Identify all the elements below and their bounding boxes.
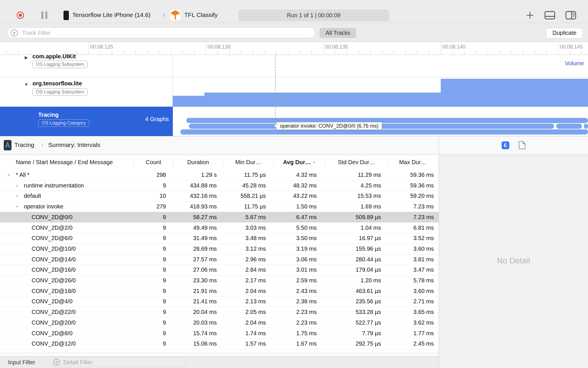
- detail-filter-input[interactable]: [63, 358, 182, 366]
- column-header[interactable]: Min Dur…: [223, 155, 273, 170]
- table-row[interactable]: CONV_2D@6/0931.49 ms3.48 ms3.50 ms16.97 …: [0, 233, 439, 244]
- interval-bar: [186, 118, 588, 123]
- record-button[interactable]: [17, 12, 24, 19]
- expanded-detail-button[interactable]: E: [502, 141, 509, 149]
- column-separator[interactable]: [438, 158, 438, 167]
- table-row[interactable]: CONV_2D@26/0923.30 ms2.17 ms2.59 ms1.20 …: [0, 275, 439, 286]
- column-header[interactable]: Std Dev Dur…: [325, 155, 388, 170]
- toolbar-chevron-icon: ›: [163, 10, 165, 19]
- table-row[interactable]: CONV_2D@10/0928.69 ms3.12 ms3.19 ms155.9…: [0, 244, 439, 254]
- table-row[interactable]: ›* All *2981.29 s11.75 µs4.32 ms11.29 ms…: [0, 170, 439, 181]
- ruler-time-label: 00:08.135: [325, 44, 348, 50]
- ruler-minor-tick: [511, 51, 511, 55]
- cell-max: 6.81 ms: [0, 223, 434, 233]
- duplicate-button[interactable]: Duplicate: [546, 28, 583, 39]
- target-app-name[interactable]: TFL Classify: [184, 12, 218, 18]
- ruler-minor-tick: [535, 51, 535, 55]
- disclosure-expanded-icon[interactable]: ▼: [24, 82, 28, 87]
- document-button[interactable]: [519, 141, 526, 150]
- column-separator[interactable]: [388, 158, 388, 167]
- summary-table: ›* All *2981.29 s11.75 µs4.32 ms11.29 ms…: [0, 170, 439, 349]
- column-header[interactable]: Duration: [173, 155, 223, 170]
- ruler-minor-tick: [276, 51, 276, 55]
- column-separator[interactable]: [173, 158, 173, 167]
- column-separator[interactable]: [325, 158, 325, 167]
- filter-icon: [10, 29, 18, 37]
- column-header[interactable]: Count: [134, 155, 173, 170]
- toggle-right-panel-button[interactable]: [565, 11, 576, 21]
- detail-filter-field[interactable]: [49, 357, 187, 367]
- table-row[interactable]: CONV_2D@22/0920.04 ms2.05 ms2.23 ms533.2…: [0, 307, 439, 318]
- table-row[interactable]: CONV_2D@12/0915.06 ms1.57 ms1.67 ms292.7…: [0, 338, 439, 349]
- table-row[interactable]: ›default10432.16 ms558.21 µs43.22 ms15.5…: [0, 191, 439, 202]
- cell-max: 59.20 ms: [0, 191, 434, 201]
- ruler-minor-tick: [582, 51, 582, 55]
- table-row[interactable]: CONV_2D@20/0920.03 ms2.04 ms2.23 ms522.7…: [0, 317, 439, 328]
- ruler-minor-tick: [394, 51, 394, 55]
- volume-bar-segment: [173, 96, 204, 107]
- cell-max: 3.62 ms: [0, 317, 434, 328]
- ruler-minor-tick: [171, 51, 171, 55]
- track-badge: OS Logging Subsystem: [32, 61, 88, 68]
- track-badge: OS Logging Subsystem: [32, 88, 88, 96]
- track-value-label: 4 Graphs: [38, 116, 169, 122]
- cell-max: 3.65 ms: [0, 307, 434, 317]
- table-row[interactable]: CONV_2D@4/0921.41 ms2.13 ms2.38 ms235.56…: [0, 296, 439, 307]
- track-filter-field[interactable]: [7, 27, 315, 38]
- cell-max: 2.45 ms: [0, 338, 434, 349]
- instrument-icon: [4, 140, 11, 150]
- cell-max: 5.78 ms: [0, 275, 434, 286]
- tensorflow-app-icon: [170, 9, 181, 20]
- ruler-minor-tick: [476, 51, 476, 55]
- volume-bar-segment: [441, 79, 588, 107]
- device-name[interactable]: Tensorflow Lite iPhone (14.6): [72, 12, 150, 18]
- toolbar: Tensorflow Lite iPhone (14.6) › TFL Clas…: [0, 0, 588, 23]
- all-tracks-button[interactable]: All Tracks: [320, 28, 356, 38]
- table-row[interactable]: CONV_2D@8/0915.74 ms1.74 ms1.75 ms7.79 µ…: [0, 328, 439, 339]
- ruler-minor-tick: [359, 51, 359, 55]
- track-filter-bar: All Tracks Duplicate: [0, 23, 588, 42]
- column-separator[interactable]: [273, 158, 274, 167]
- timeline-ruler[interactable]: 00:08.12500:08.13000:08.13500:08.14000:0…: [0, 42, 588, 55]
- bottom-filter-bar: Input Filter: [0, 356, 439, 368]
- column-separator[interactable]: [134, 158, 134, 167]
- cell-max: 7.23 ms: [0, 201, 434, 212]
- input-filter-label[interactable]: Input Filter: [8, 356, 35, 368]
- column-separator[interactable]: [223, 158, 223, 167]
- track-row-tracing-selected[interactable]: Tracing OS Logging Category 4 Graphs: [0, 107, 173, 136]
- breadcrumb-chevron-icon: ›: [41, 140, 44, 149]
- ruler-minor-tick: [159, 51, 159, 55]
- disclosure-collapsed-icon[interactable]: ▶: [25, 55, 28, 60]
- volume-bar-segment: [204, 93, 441, 107]
- column-header[interactable]: Max Dur…: [388, 155, 438, 170]
- playhead-dashed-line[interactable]: [275, 55, 276, 122]
- track-filter-input[interactable]: [22, 28, 307, 37]
- interval-bar: [556, 124, 582, 129]
- interval-tooltip: operator invoke: CONV_2D@0/0 (6.76 ms): [276, 122, 382, 130]
- run-status[interactable]: Run 1 of 1 | 00:00:09: [238, 9, 389, 21]
- no-detail-text: No Detail: [439, 256, 588, 265]
- ruler-minor-tick: [523, 51, 523, 55]
- cell-max: 3.47 ms: [0, 264, 434, 275]
- table-row[interactable]: CONV_2D@14/0927.57 ms2.96 ms3.06 ms280.4…: [0, 254, 439, 265]
- table-row[interactable]: CONV_2D@2/0949.49 ms3.03 ms5.50 ms1.04 m…: [0, 223, 439, 233]
- ruler-major-tick: [88, 42, 89, 55]
- ruler-minor-tick: [18, 51, 18, 55]
- ruler-time-label: 00:08.125: [90, 44, 113, 50]
- ruler-minor-tick: [452, 51, 453, 55]
- ruler-minor-tick: [30, 51, 30, 55]
- iphone-icon: [63, 11, 69, 20]
- column-header[interactable]: Name / Start Message / End Message: [16, 155, 113, 170]
- table-row[interactable]: CONV_2D@0/0958.27 ms5.67 ms6.47 ms509.89…: [0, 212, 439, 223]
- table-row[interactable]: ›runtime instrumentation9434.88 ms45.28 …: [0, 180, 439, 191]
- table-row[interactable]: ›operator invoke279418.93 ms11.75 µs1.50…: [0, 201, 439, 212]
- add-instrument-button[interactable]: [526, 11, 534, 21]
- filter-icon: [53, 359, 60, 366]
- breadcrumb-page[interactable]: Summary: Intervals: [48, 141, 100, 148]
- breadcrumb-instrument[interactable]: Tracing: [14, 141, 34, 148]
- table-row[interactable]: CONV_2D@16/0927.06 ms2.84 ms3.01 ms179.0…: [0, 264, 439, 275]
- pause-button[interactable]: [41, 12, 47, 19]
- toggle-bottom-panel-button[interactable]: [544, 11, 555, 21]
- table-row[interactable]: CONV_2D@18/0921.91 ms2.04 ms2.43 ms463.6…: [0, 286, 439, 297]
- column-header[interactable]: Avg Dur…›: [273, 155, 325, 170]
